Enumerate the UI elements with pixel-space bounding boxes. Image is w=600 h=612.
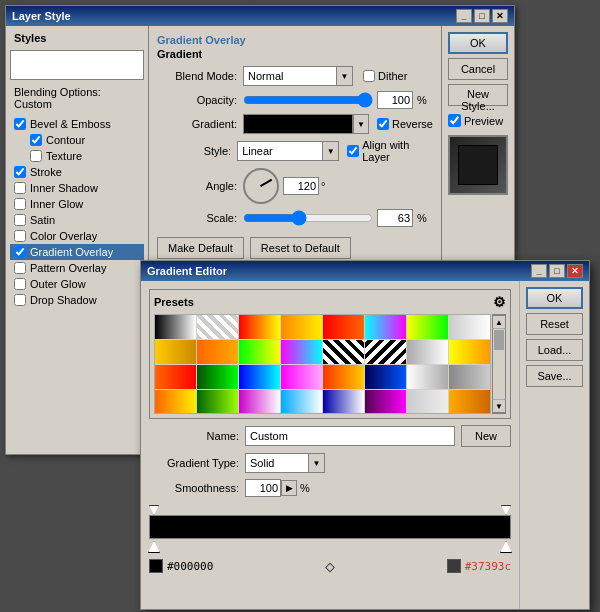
gradient-dropdown-arrow[interactable]: ▼ bbox=[353, 114, 369, 134]
preset-23[interactable] bbox=[407, 365, 448, 389]
dither-label[interactable]: Dither bbox=[363, 70, 407, 82]
reverse-checkbox[interactable] bbox=[377, 118, 389, 130]
close-btn[interactable]: ✕ bbox=[492, 9, 508, 23]
ge-reset-button[interactable]: Reset bbox=[526, 313, 583, 335]
outer-glow-option[interactable]: Outer Glow bbox=[10, 276, 144, 292]
drop-shadow-option[interactable]: Drop Shadow bbox=[10, 292, 144, 308]
preset-25[interactable] bbox=[155, 390, 196, 414]
preset-28[interactable] bbox=[281, 390, 322, 414]
preset-7[interactable] bbox=[407, 315, 448, 339]
color-overlay-checkbox[interactable] bbox=[14, 230, 26, 242]
preset-3[interactable] bbox=[239, 315, 280, 339]
texture-option[interactable]: Texture bbox=[10, 148, 144, 164]
preset-5[interactable] bbox=[323, 315, 364, 339]
scale-input[interactable] bbox=[377, 209, 413, 227]
preset-21[interactable] bbox=[323, 365, 364, 389]
preset-29[interactable] bbox=[323, 390, 364, 414]
satin-option[interactable]: Satin bbox=[10, 212, 144, 228]
preset-15[interactable] bbox=[407, 340, 448, 364]
outer-glow-checkbox[interactable] bbox=[14, 278, 26, 290]
contour-option[interactable]: Contour bbox=[10, 132, 144, 148]
preset-9[interactable] bbox=[155, 340, 196, 364]
diamond-stop[interactable] bbox=[325, 563, 335, 573]
ge-maximize-btn[interactable]: □ bbox=[549, 264, 565, 278]
new-style-button[interactable]: New Style... bbox=[448, 84, 508, 106]
opacity-input[interactable] bbox=[377, 91, 413, 109]
color-stop-left[interactable] bbox=[148, 541, 160, 553]
inner-shadow-option[interactable]: Inner Shadow bbox=[10, 180, 144, 196]
name-input[interactable] bbox=[245, 426, 455, 446]
minimize-btn[interactable]: _ bbox=[456, 9, 472, 23]
preset-4[interactable] bbox=[281, 315, 322, 339]
preset-26[interactable] bbox=[197, 390, 238, 414]
scroll-thumb[interactable] bbox=[494, 330, 504, 350]
inner-shadow-checkbox[interactable] bbox=[14, 182, 26, 194]
preset-20[interactable] bbox=[281, 365, 322, 389]
contour-checkbox[interactable] bbox=[30, 134, 42, 146]
inner-glow-option[interactable]: Inner Glow bbox=[10, 196, 144, 212]
preset-27[interactable] bbox=[239, 390, 280, 414]
preset-13[interactable] bbox=[323, 340, 364, 364]
style-dropdown[interactable]: Linear ▼ bbox=[237, 141, 339, 161]
preset-11[interactable] bbox=[239, 340, 280, 364]
bevel-emboss-option[interactable]: Bevel & Emboss bbox=[10, 116, 144, 132]
preset-8[interactable] bbox=[449, 315, 490, 339]
preset-24[interactable] bbox=[449, 365, 490, 389]
ge-load-button[interactable]: Load... bbox=[526, 339, 583, 361]
gradient-overlay-checkbox[interactable] bbox=[14, 246, 26, 258]
drop-shadow-checkbox[interactable] bbox=[14, 294, 26, 306]
bevel-emboss-checkbox[interactable] bbox=[14, 118, 26, 130]
preset-10[interactable] bbox=[197, 340, 238, 364]
styles-list[interactable] bbox=[10, 50, 144, 80]
blend-mode-dropdown[interactable]: Normal ▼ bbox=[243, 66, 353, 86]
reset-to-default-btn[interactable]: Reset to Default bbox=[250, 237, 351, 259]
preset-1[interactable] bbox=[155, 315, 196, 339]
texture-checkbox[interactable] bbox=[30, 150, 42, 162]
angle-input[interactable] bbox=[283, 177, 319, 195]
gradient-bar[interactable] bbox=[149, 515, 511, 539]
presets-scrollbar[interactable]: ▲ ▼ bbox=[492, 314, 506, 414]
scroll-up-arrow[interactable]: ▲ bbox=[492, 315, 506, 329]
preset-2[interactable] bbox=[197, 315, 238, 339]
make-default-btn[interactable]: Make Default bbox=[157, 237, 244, 259]
preset-12[interactable] bbox=[281, 340, 322, 364]
cancel-button[interactable]: Cancel bbox=[448, 58, 508, 80]
preset-6[interactable] bbox=[365, 315, 406, 339]
left-stop-swatch[interactable] bbox=[149, 559, 163, 573]
preset-22[interactable] bbox=[365, 365, 406, 389]
color-overlay-option[interactable]: Color Overlay bbox=[10, 228, 144, 244]
smoothness-stepper[interactable]: ▶ bbox=[281, 480, 297, 496]
preset-18[interactable] bbox=[197, 365, 238, 389]
ge-save-button[interactable]: Save... bbox=[526, 365, 583, 387]
ok-button[interactable]: OK bbox=[448, 32, 508, 54]
pattern-overlay-option[interactable]: Pattern Overlay bbox=[10, 260, 144, 276]
inner-glow-checkbox[interactable] bbox=[14, 198, 26, 210]
blending-options[interactable]: Blending Options: Custom bbox=[10, 84, 144, 112]
ge-close-btn[interactable]: ✕ bbox=[567, 264, 583, 278]
preset-32[interactable] bbox=[449, 390, 490, 414]
satin-checkbox[interactable] bbox=[14, 214, 26, 226]
align-layer-checkbox[interactable] bbox=[347, 145, 359, 157]
maximize-btn[interactable]: □ bbox=[474, 9, 490, 23]
preset-16[interactable] bbox=[449, 340, 490, 364]
stroke-option[interactable]: Stroke bbox=[10, 164, 144, 180]
gear-icon[interactable]: ⚙ bbox=[493, 294, 506, 310]
preset-19[interactable] bbox=[239, 365, 280, 389]
angle-dial[interactable] bbox=[243, 168, 279, 204]
opacity-stop-left[interactable] bbox=[149, 505, 159, 515]
preview-checkbox[interactable] bbox=[448, 114, 461, 127]
scroll-down-arrow[interactable]: ▼ bbox=[492, 399, 506, 413]
scale-slider[interactable] bbox=[243, 211, 373, 225]
preset-31[interactable] bbox=[407, 390, 448, 414]
gradient-preview[interactable] bbox=[243, 114, 353, 134]
preset-14[interactable] bbox=[365, 340, 406, 364]
opacity-slider[interactable] bbox=[243, 93, 373, 107]
opacity-stop-right[interactable] bbox=[501, 505, 511, 515]
pattern-overlay-checkbox[interactable] bbox=[14, 262, 26, 274]
preset-30[interactable] bbox=[365, 390, 406, 414]
new-button[interactable]: New bbox=[461, 425, 511, 447]
gradient-type-dropdown[interactable]: Solid ▼ bbox=[245, 453, 325, 473]
smoothness-input[interactable] bbox=[245, 479, 281, 497]
reverse-label[interactable]: Reverse bbox=[377, 118, 433, 130]
stroke-checkbox[interactable] bbox=[14, 166, 26, 178]
